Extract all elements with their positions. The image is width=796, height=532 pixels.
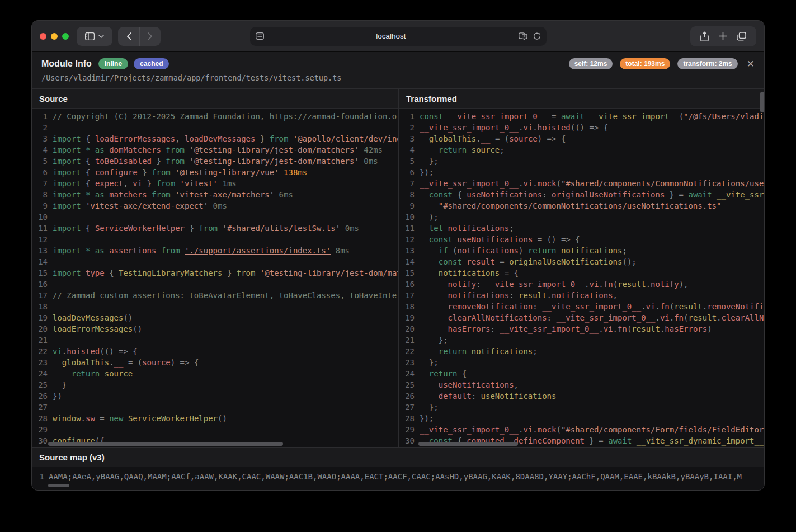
line-number: 2 bbox=[32, 122, 53, 133]
code-token: '@apollo/client/dev/index bbox=[288, 134, 398, 143]
line-number: 3 bbox=[399, 133, 420, 144]
reader-icon[interactable] bbox=[256, 32, 264, 40]
back-button[interactable] bbox=[118, 27, 139, 46]
code-token: ), bbox=[679, 280, 689, 289]
code-token: useNotifications bbox=[481, 392, 557, 401]
code-line: 22 return notifications; bbox=[399, 346, 765, 357]
code-token: . bbox=[476, 134, 481, 143]
code-token: notifications bbox=[443, 224, 509, 233]
code-token: import bbox=[53, 134, 81, 143]
transformed-horizontal-scrollbar[interactable] bbox=[418, 442, 518, 446]
close-window-button[interactable] bbox=[40, 33, 46, 40]
line-number: 9 bbox=[399, 200, 420, 211]
code-token: result bbox=[632, 324, 660, 333]
close-icon[interactable]: ✕ bbox=[747, 59, 755, 69]
code-token: vi bbox=[133, 179, 142, 188]
code-token: __vite_ssr_import_0__ bbox=[500, 324, 599, 333]
code-token: ; bbox=[533, 347, 537, 356]
code-token: (() => { bbox=[571, 123, 608, 132]
code-token: . bbox=[703, 302, 707, 311]
code-line: 18 removeNotification: __vite_ssr_import… bbox=[399, 301, 765, 312]
line-number: 1 bbox=[399, 111, 420, 122]
code-token: from bbox=[237, 269, 256, 277]
code-line: 23 globalThis.__ = (source) => { bbox=[32, 357, 398, 368]
code-token: '@testing-library/jest-dom/matche bbox=[255, 269, 398, 277]
code-token: from bbox=[199, 224, 218, 233]
line-number: 22 bbox=[32, 346, 53, 357]
code-token: ) => { bbox=[171, 358, 199, 367]
source-map-line: 1 AAMA;AAeA,yBAAG,QAAQ,MAAM;AACf,aAAW,KA… bbox=[32, 471, 764, 482]
code-token: "#shared/components/CommonNotifications/… bbox=[420, 201, 721, 210]
module-file-path: /Users/vladimir/Projects/zammad/app/fron… bbox=[41, 73, 755, 82]
source-map-horizontal-scrollbar[interactable] bbox=[48, 484, 69, 487]
code-token: = bbox=[95, 414, 109, 423]
module-link[interactable]: './support/assertions/index.ts' bbox=[185, 246, 331, 255]
code-token: expect bbox=[95, 179, 124, 188]
line-number: 30 bbox=[399, 435, 420, 446]
page-settings-icon[interactable] bbox=[519, 32, 528, 40]
code-token: , bbox=[514, 380, 519, 389]
code-token: source bbox=[100, 369, 133, 378]
code-token: TestingLibraryMatchers bbox=[119, 269, 222, 277]
line-number: 23 bbox=[32, 357, 53, 368]
line-number: 15 bbox=[399, 267, 420, 279]
source-pane: Source 1// Copyright (C) 2012-2025 Zamma… bbox=[32, 89, 398, 447]
code-token: import bbox=[53, 157, 81, 166]
line-number: 29 bbox=[32, 424, 53, 435]
line-number: 5 bbox=[399, 156, 420, 167]
code-token: import * as bbox=[53, 145, 109, 154]
code-token: import bbox=[53, 179, 81, 188]
code-token: vi bbox=[523, 425, 533, 434]
code-token: 0ms bbox=[340, 224, 359, 233]
tabs-icon[interactable] bbox=[737, 32, 746, 41]
code-token: ); bbox=[420, 213, 439, 222]
line-number: 19 bbox=[399, 312, 420, 323]
code-token: notifications bbox=[457, 246, 519, 255]
transformed-vertical-scrollbar[interactable] bbox=[760, 92, 764, 112]
share-icon[interactable] bbox=[700, 31, 709, 41]
code-token: __vite_ssr_import_0__ bbox=[486, 280, 585, 289]
code-token: type bbox=[81, 269, 105, 277]
code-token: { bbox=[81, 224, 95, 233]
line-number: 24 bbox=[32, 368, 53, 379]
code-token: ServiceWorkerHelper bbox=[123, 414, 218, 423]
code-line: 6import { configure } from '@testing-lib… bbox=[32, 167, 398, 178]
minimize-window-button[interactable] bbox=[51, 33, 58, 40]
code-token: ) bbox=[519, 246, 528, 255]
code-token: from bbox=[147, 190, 176, 199]
source-horizontal-scrollbar[interactable] bbox=[48, 442, 283, 446]
code-token: vi bbox=[523, 179, 533, 188]
code-token: "#shared/components/Form/fields/FieldEdi… bbox=[561, 425, 765, 434]
code-token: if bbox=[420, 246, 448, 255]
code-token: . bbox=[533, 179, 537, 188]
forward-button[interactable] bbox=[139, 27, 161, 46]
code-token: from bbox=[270, 134, 289, 143]
code-token: = bbox=[547, 112, 561, 121]
new-tab-icon[interactable] bbox=[719, 32, 727, 40]
sidebar-toggle-button[interactable] bbox=[77, 27, 112, 46]
code-token: const bbox=[420, 257, 462, 266]
code-token: } bbox=[53, 380, 67, 389]
chevron-down-icon bbox=[98, 35, 104, 38]
code-token: await bbox=[608, 436, 632, 445]
code-token: vi bbox=[646, 302, 656, 311]
code-token: = { bbox=[500, 269, 519, 277]
code-token: ( bbox=[556, 425, 561, 434]
address-bar[interactable]: localhost bbox=[250, 27, 547, 46]
reload-icon[interactable] bbox=[533, 32, 541, 40]
code-token: vi bbox=[53, 347, 62, 356]
sidebar-icon bbox=[85, 32, 95, 40]
code-line: 28}); bbox=[399, 413, 765, 424]
code-line: 15import type { TestingLibraryMatchers }… bbox=[32, 267, 398, 279]
code-token: 0ms bbox=[208, 201, 227, 210]
code-token: { bbox=[81, 168, 95, 177]
code-token: notify bbox=[651, 280, 679, 289]
zoom-window-button[interactable] bbox=[62, 33, 69, 40]
code-token: = bbox=[495, 257, 509, 266]
code-token: ; bbox=[509, 224, 514, 233]
code-line: 28window.sw = new ServiceWorkerHelper() bbox=[32, 413, 398, 424]
code-token: '@testing-library/jest-dom/matchers' bbox=[185, 157, 359, 166]
line-number: 29 bbox=[399, 424, 420, 435]
line-number: 7 bbox=[32, 178, 53, 189]
code-token: vi bbox=[660, 313, 670, 322]
